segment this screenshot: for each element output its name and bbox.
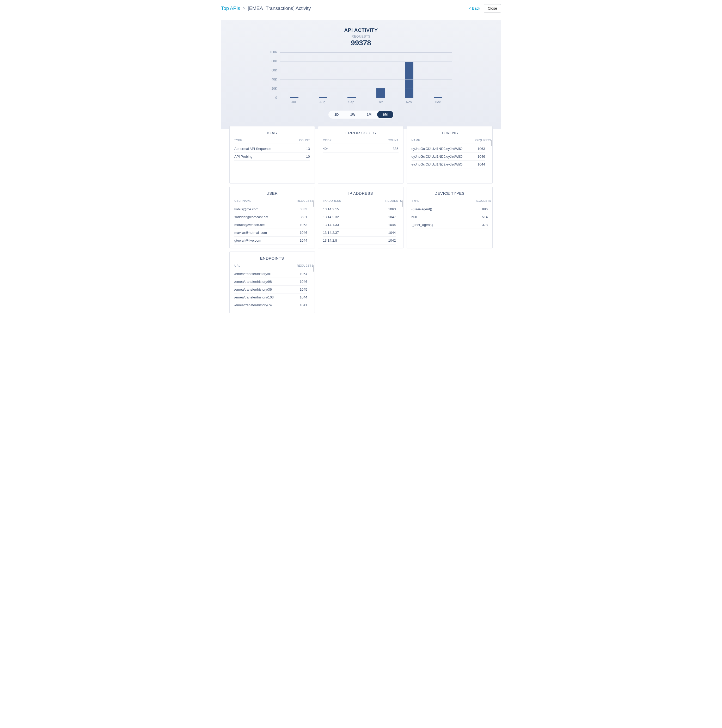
activity-chart: 100K80K60K40K20K0 JulAugSepOctNovDec: [270, 52, 452, 104]
chart-bar[interactable]: [347, 97, 356, 98]
table-header-left: CODE: [323, 139, 332, 142]
time-range-1m[interactable]: 1M: [361, 111, 377, 118]
table-row[interactable]: /emea/transfer/history/741041: [234, 301, 307, 309]
chart-grid-line: [280, 89, 452, 89]
cell-value: 378: [482, 223, 488, 227]
close-button[interactable]: Close: [484, 4, 501, 12]
card-ioas: IOASTYPECOUNTAbnormal API Sequence13API …: [229, 126, 315, 184]
table-header-left: TYPE: [234, 139, 242, 142]
cell-label: kohlis@me.com: [234, 207, 259, 211]
table-header-right: REQUESTS: [297, 264, 310, 268]
card-title: DEVICE TYPES: [411, 191, 488, 196]
table-row[interactable]: eyJhbGciOiJIUzI1NiJ9.eyJzdWliOiI0MDQi...…: [411, 145, 485, 153]
table-row[interactable]: /emea/transfer/history/1031044: [234, 294, 307, 301]
table-row[interactable]: 404336: [323, 145, 399, 153]
chart-grid-line: [280, 52, 452, 53]
activity-title: API ACTIVITY: [231, 28, 491, 33]
cell-value: 1064: [300, 272, 307, 276]
table-header-right: COUNT: [299, 139, 310, 142]
scrollbar-thumb[interactable]: [313, 265, 314, 272]
card-table: IP ADDRESSREQUESTS13.14.2.15106313.14.2.…: [323, 199, 399, 245]
card-title: TOKENS: [411, 131, 488, 135]
chart-grid-line: [280, 80, 452, 80]
table-row[interactable]: 13.14.1.331044: [323, 221, 396, 229]
chart-x-tick: Jul: [279, 98, 308, 104]
table-row[interactable]: mavilar@hotmail.com1046: [234, 229, 307, 237]
activity-panel: API ACTIVITY REQUESTS 99378 100K80K60K40…: [221, 20, 501, 129]
cell-label: {{user_agent}}: [411, 223, 433, 227]
time-range-6m[interactable]: 6M: [377, 111, 393, 118]
card-table: CODECOUNT404336: [323, 139, 399, 153]
cell-label: /emea/transfer/history/98: [234, 280, 272, 284]
cell-value: 1046: [300, 231, 307, 235]
scrollbar-thumb[interactable]: [402, 200, 403, 207]
activity-count: 99378: [231, 39, 491, 47]
back-link[interactable]: < Back: [469, 6, 480, 11]
chart-bar[interactable]: [290, 97, 298, 98]
table-header-left: IP ADDRESS: [323, 199, 341, 202]
chart-bar[interactable]: [319, 97, 327, 98]
table-row[interactable]: kohlis@me.com3833: [234, 205, 307, 213]
cell-value: 1044: [300, 239, 307, 242]
table-header: USERNAMEREQUESTS: [234, 199, 310, 204]
breadcrumb-root-link[interactable]: Top APIs: [221, 6, 240, 11]
table-row[interactable]: eyJhbGciOiJIUzI1NiJ9.eyJzdWliOiI0MjYiL..…: [411, 161, 485, 168]
cell-value: 3631: [300, 215, 307, 219]
cell-label: /emea/transfer/history/74: [234, 303, 272, 307]
table-row[interactable]: 13.14.2.371044: [323, 229, 396, 237]
table-row[interactable]: 13.14.2.81042: [323, 237, 396, 245]
card-grid: IOASTYPECOUNTAbnormal API Sequence13API …: [221, 126, 501, 313]
table-row[interactable]: 13.14.2.151063: [323, 205, 396, 213]
table-row[interactable]: gtewari@live.com1044: [234, 237, 307, 245]
card-user: USERUSERNAMEREQUESTSkohlis@me.com3833sar…: [229, 187, 315, 248]
table-header: URLREQUESTS: [234, 264, 310, 269]
cell-value: 514: [482, 215, 488, 219]
cell-label: 13.14.2.8: [323, 239, 337, 242]
card-title: ERROR CODES: [323, 131, 399, 135]
table-row[interactable]: API Probing10: [234, 153, 310, 161]
card-title: IP ADDRESS: [323, 191, 399, 196]
table-row[interactable]: morain@verizon.net1063: [234, 221, 307, 229]
chart-bar[interactable]: [434, 97, 442, 98]
table-row[interactable]: {{user-agent}}886: [411, 205, 488, 213]
scrollbar-thumb[interactable]: [491, 140, 492, 146]
table-row[interactable]: /emea/transfer/history/361045: [234, 286, 307, 294]
table-row[interactable]: {{user_agent}}378: [411, 221, 488, 229]
table-header-right: REQUESTS: [475, 199, 488, 202]
card-table: TYPECOUNTAbnormal API Sequence13API Prob…: [234, 139, 310, 161]
chart-bar[interactable]: [376, 88, 385, 98]
cell-value: 1046: [477, 154, 485, 159]
cell-value: 3833: [300, 207, 307, 211]
table-row[interactable]: /emea/transfer/history/981046: [234, 278, 307, 286]
table-header: TYPECOUNT: [234, 139, 310, 144]
table-header-left: USERNAME: [234, 199, 251, 202]
time-range-selector: 1D1W1M6M: [328, 110, 394, 119]
scrollbar-thumb[interactable]: [313, 200, 314, 207]
card-title: ENDPOINTS: [234, 256, 310, 260]
cell-value: 1045: [300, 288, 307, 291]
chart-grid-line: [280, 61, 452, 62]
chart-x-tick: Nov: [395, 98, 424, 104]
time-range-1d[interactable]: 1D: [329, 111, 344, 118]
table-row[interactable]: saridder@comcast.net3631: [234, 213, 307, 221]
cell-value: 1063: [477, 147, 485, 151]
cell-label: 404: [323, 147, 329, 151]
chart-x-tick: Sep: [337, 98, 366, 104]
table-row[interactable]: Abnormal API Sequence13: [234, 145, 310, 153]
card-table: URLREQUESTS/emea/transfer/history/811064…: [234, 264, 310, 309]
table-row[interactable]: eyJhbGciOiJIUzI1NiJ9.eyJzdWliOiI0MjEiL..…: [411, 153, 485, 161]
chart-bar-slot: [280, 52, 309, 98]
time-range-1w[interactable]: 1W: [344, 111, 361, 118]
chart-bar-slot: [424, 52, 452, 98]
table-row[interactable]: 13.14.2.321047: [323, 213, 396, 221]
card-device-types: DEVICE TYPESTYPEREQUESTS{{user-agent}}88…: [407, 187, 493, 248]
chart-x-tick: Oct: [366, 98, 395, 104]
card-table: NAMEREQUESTSeyJhbGciOiJIUzI1NiJ9.eyJzdWl…: [411, 139, 488, 168]
chart-bar[interactable]: [405, 62, 413, 98]
table-row[interactable]: null514: [411, 213, 488, 221]
table-row[interactable]: /emea/transfer/history/811064: [234, 270, 307, 278]
card-tokens: TOKENSNAMEREQUESTSeyJhbGciOiJIUzI1NiJ9.e…: [407, 126, 493, 184]
cell-label: eyJhbGciOiJIUzI1NiJ9.eyJzdWliOiI0MjYiL..…: [411, 162, 467, 166]
cell-value: 1042: [389, 239, 396, 242]
breadcrumb: Top APIs > [EMEA_Transactions] Activity: [221, 6, 311, 11]
